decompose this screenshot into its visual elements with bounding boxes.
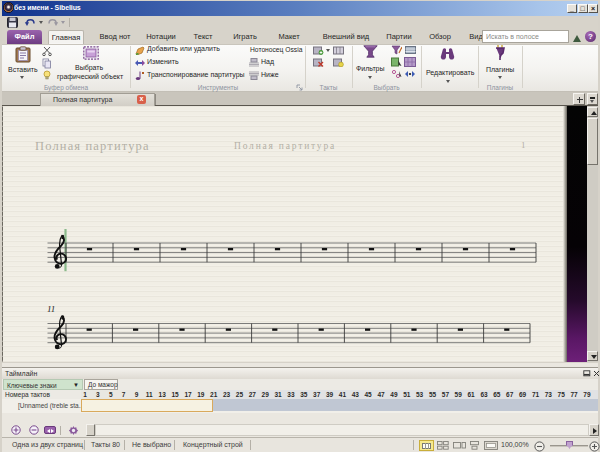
svg-text:11: 11 (47, 304, 55, 314)
